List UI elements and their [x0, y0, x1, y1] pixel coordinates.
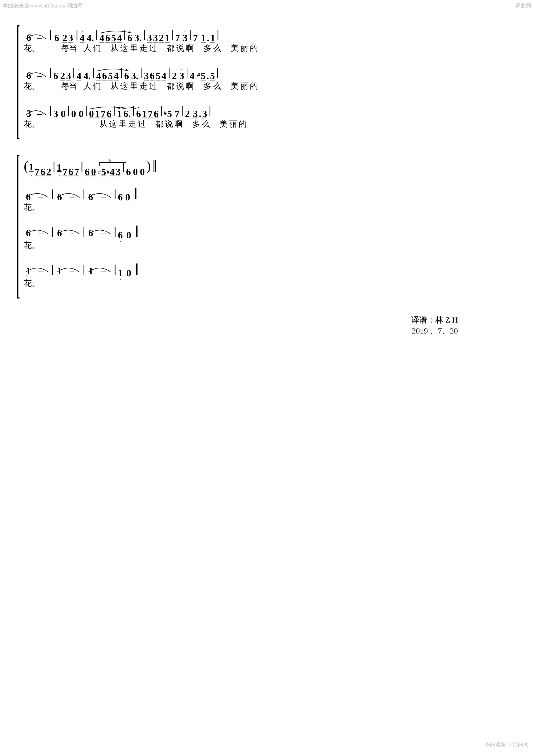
note-6dotabove-v3: · 6	[136, 109, 141, 119]
bar: |	[142, 28, 147, 40]
s2-v1-0: 0	[125, 192, 130, 202]
translator-label: 译谱：林 Z H	[17, 314, 458, 326]
watermark-bottom-right: 本曲谱源自 河曲网	[485, 741, 529, 748]
s2-v3-0: 0	[126, 268, 131, 278]
s2-arc4: 6 · –	[24, 224, 50, 240]
bar: |	[82, 225, 86, 238]
note-6c: 6	[105, 33, 110, 43]
final-barline-2	[134, 226, 138, 237]
sharp-intro1: #	[98, 170, 101, 176]
note-0-v3c: 0	[79, 109, 84, 119]
s2-arc1: 6 –	[24, 187, 50, 202]
final-barline-1	[133, 188, 137, 199]
s2-voice1-lyrics: 花。	[24, 202, 511, 213]
svg-text:3: 3	[26, 108, 31, 119]
note-group-6: 6	[54, 33, 60, 43]
intro-notes: ( 1. 7 6 2 |	[24, 155, 511, 176]
note-6dot-v3: 6.	[123, 109, 131, 119]
intro-1b: 1.	[57, 163, 62, 176]
svg-text:–: –	[69, 228, 75, 238]
note-6-v3: 6	[107, 109, 111, 119]
note-5b-v2: 5	[210, 71, 215, 81]
note-s55: # 5 . 5	[197, 69, 216, 81]
svg-text:·: ·	[89, 274, 89, 278]
s2-arc9: 1 · –	[86, 262, 113, 278]
svg-text:–: –	[38, 228, 43, 238]
note-3v3: 3	[53, 109, 58, 119]
bar: |	[113, 187, 117, 200]
dot-above: ·	[126, 68, 127, 72]
note-2v2: 2	[60, 71, 65, 81]
bar: |	[71, 66, 76, 78]
s2-voice2-notes: 6 · – | 6 · – | 6 ·	[24, 223, 511, 240]
note-3av2: 3	[144, 71, 149, 81]
note-3b: 3	[153, 33, 158, 43]
dot-above: ·	[138, 105, 140, 110]
bar: |	[82, 263, 86, 276]
s2-voice3-section: 1 · – | 1 · – | 1 ·	[24, 260, 511, 296]
note-23-v2: 2 3	[60, 71, 71, 81]
note-3dotabove-v2: · 3	[179, 71, 184, 81]
bar: |	[208, 104, 212, 116]
bar: |	[180, 104, 185, 116]
sharp-v3: #	[164, 107, 166, 119]
note-1b: 1	[210, 33, 215, 43]
bar: |	[48, 104, 53, 116]
note-sharp5-7-v3: # 5	[164, 107, 172, 119]
note-6av2: 6	[150, 71, 155, 81]
note-1dotabove-v3: · 1	[117, 109, 122, 119]
bar: |	[216, 66, 220, 78]
bar: |	[50, 225, 55, 238]
bar: |	[167, 66, 171, 78]
note-6cv2: 6	[102, 71, 107, 81]
bar: |	[48, 66, 53, 78]
bar: |	[113, 225, 117, 238]
svg-text:·: ·	[57, 274, 58, 278]
voice1-lyrics: 花。 每当 人 们 从 这 里 走 过 都 说 啊	[24, 43, 511, 54]
note-4-val: 4	[80, 33, 85, 43]
note-2v2b: 2	[172, 71, 177, 81]
svg-text:–: –	[69, 266, 75, 276]
dot-above: ·	[119, 105, 120, 110]
note-7b-v3: 7	[148, 109, 153, 119]
note-5-sharp: 5	[201, 71, 206, 81]
note-4cv2: 4	[114, 71, 118, 81]
arc-0176: 0 1 7 6	[89, 109, 112, 119]
note-2b: 2	[159, 33, 164, 43]
translator-date: 2019 、7、20	[17, 326, 458, 337]
note-0-v3b: 0	[71, 109, 76, 119]
note-4a: · 4	[80, 33, 85, 43]
dot-above: ·	[78, 68, 80, 72]
intro-0b: 0	[133, 167, 138, 176]
intro-7c: 7	[74, 167, 79, 176]
bar: |	[66, 104, 71, 116]
intro-group1: 1. 7 6 2	[28, 162, 52, 176]
voice1-section: 6 – | 6 2 3 |	[24, 25, 511, 61]
s2-voice1-section: 6 – | 6 – | 6 –	[24, 185, 511, 221]
dot-below: ·	[120, 239, 121, 244]
intro-0: 0	[91, 167, 96, 176]
svg-text:–: –	[101, 228, 106, 238]
voice2-section: 6 – | 6 2 3 | · 4 4. |	[24, 63, 511, 99]
s2-v2-6dot: 6 ·	[118, 230, 122, 240]
note-3: 3	[68, 33, 73, 43]
s2-voice2-section: 6 · – | 6 · – | 6 ·	[24, 223, 511, 258]
intro-2a: 2	[46, 167, 51, 176]
note-2: 2	[63, 33, 67, 43]
bar: |	[50, 263, 55, 276]
svg-text:–: –	[37, 70, 42, 81]
watermark-top-left: 本曲谱来自 www.bfbf6.com 词曲网	[3, 2, 83, 9]
note-0-v3d: 0	[89, 109, 94, 119]
note-7-v3: 7	[101, 109, 106, 119]
bar: |	[80, 160, 84, 172]
note-6v2: 6	[53, 71, 58, 81]
svg-text:6: 6	[57, 192, 62, 202]
section2-rows: ( 1. 7 6 2 |	[24, 155, 511, 299]
s2-arc2: 6 –	[55, 187, 82, 202]
note-2-v3: 2	[185, 109, 190, 119]
svg-text:·: ·	[89, 236, 89, 240]
section2: ( 1. 7 6 2 |	[17, 155, 511, 299]
note-4c: 4	[117, 33, 122, 43]
note-3v2: 3	[66, 71, 71, 81]
voice2-notes: 6 – | 6 2 3 | · 4 4. |	[24, 63, 511, 81]
